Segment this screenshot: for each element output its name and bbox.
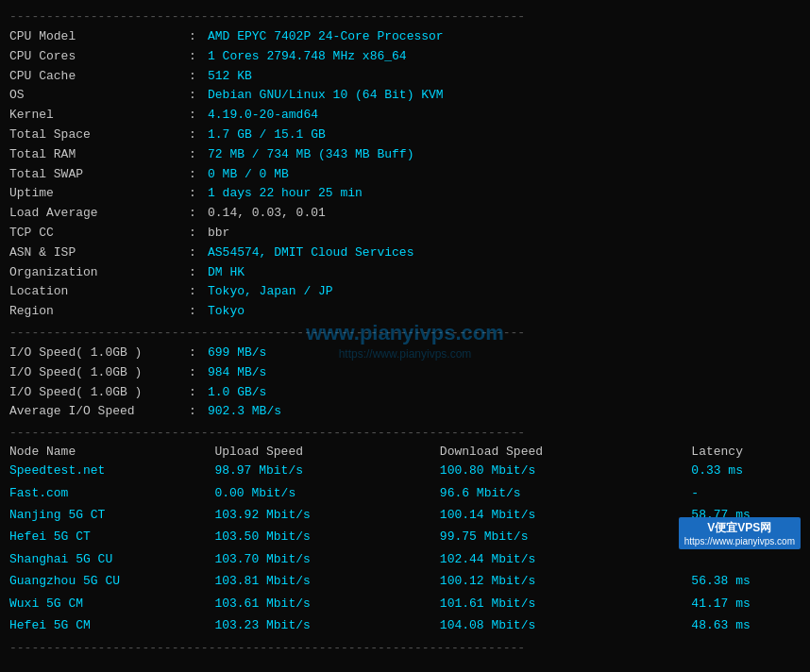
network-cell-node: Guangzhou 5G CU (9, 570, 214, 592)
io-value: 1.0 GB/s (208, 383, 266, 403)
network-cell-latency (691, 548, 801, 570)
badge-url: https://www.pianyivps.com (684, 536, 795, 546)
info-value: Tokyo, Japan / JP (208, 282, 333, 302)
system-info-row: Load Average : 0.14, 0.03, 0.01 (9, 204, 801, 224)
info-colon: : (189, 126, 208, 145)
info-colon: : (189, 263, 208, 283)
network-cell-node: Speedtest.net (9, 460, 214, 481)
info-label: Kernel (9, 106, 189, 126)
info-colon: : (189, 282, 208, 302)
network-cell-upload: 0.00 Mbit/s (214, 482, 439, 504)
badge-title: V便宜VPS网 (684, 520, 795, 536)
info-label: Total Space (9, 126, 189, 145)
system-info-row: CPU Cache : 512 KB (9, 67, 801, 87)
network-table-row: Fast.com0.00 Mbit/s96.6 Mbit/s- (9, 482, 801, 504)
info-colon: : (189, 145, 208, 165)
info-colon: : (189, 27, 208, 47)
io-colon: : (189, 344, 208, 363)
info-colon: : (189, 302, 208, 322)
io-speed-row: I/O Speed( 1.0GB ) : 1.0 GB/s (9, 383, 801, 403)
info-colon: : (189, 106, 208, 126)
io-speed-row: I/O Speed( 1.0GB ) : 984 MB/s (9, 363, 801, 383)
system-info-row: Kernel : 4.19.0-20-amd64 (9, 106, 801, 126)
system-info-row: Organization : DM HK (9, 263, 801, 283)
info-label: Location (9, 282, 189, 302)
network-cell-download: 100.14 Mbit/s (440, 504, 692, 526)
info-value: 1 days 22 hour 25 min (208, 184, 363, 204)
system-info-row: ASN & ISP : AS54574, DMIT Cloud Services (9, 244, 801, 263)
info-value: 0 MB / 0 MB (208, 165, 289, 185)
top-divider: ----------------------------------------… (9, 9, 801, 24)
network-cell-node: Shanghai 5G CU (9, 548, 214, 570)
network-table-header-row: Node NameUpload SpeedDownload SpeedLaten… (9, 444, 801, 460)
badge: V便宜VPS网 https://www.pianyivps.com (679, 517, 801, 549)
network-cell-node: Fast.com (9, 482, 214, 504)
io-value: 699 MB/s (208, 344, 266, 363)
info-colon: : (189, 224, 208, 244)
io-colon: : (189, 383, 208, 403)
network-table-row: Shanghai 5G CU103.70 Mbit/s102.44 Mbit/s (9, 548, 801, 570)
info-label: Load Average (9, 204, 189, 224)
io-label: I/O Speed( 1.0GB ) (9, 363, 189, 383)
system-info-section: CPU Model : AMD EPYC 7402P 24-Core Proce… (9, 27, 801, 322)
io-value: 984 MB/s (208, 363, 266, 383)
info-label: ASN & ISP (9, 244, 189, 263)
info-value: Tokyo (208, 302, 245, 322)
io-speed-row: I/O Speed( 1.0GB ) : 699 MB/s (9, 344, 801, 363)
network-table-row: Wuxi 5G CM103.61 Mbit/s101.61 Mbit/s41.1… (9, 593, 801, 614)
info-value: 1 Cores 2794.748 MHz x86_64 (208, 47, 407, 67)
system-info-row: CPU Model : AMD EPYC 7402P 24-Core Proce… (9, 27, 801, 47)
io-label: I/O Speed( 1.0GB ) (9, 383, 189, 403)
system-info-row: Location : Tokyo, Japan / JP (9, 282, 801, 302)
mid-divider-1: ----------------------------------------… (9, 326, 801, 340)
info-value: 72 MB / 734 MB (343 MB Buff) (208, 145, 413, 165)
system-info-row: TCP CC : bbr (9, 224, 801, 244)
network-cell-node: Wuxi 5G CM (9, 593, 214, 614)
info-colon: : (189, 244, 208, 263)
network-cell-latency: 56.38 ms (691, 570, 801, 592)
io-colon: : (189, 363, 208, 383)
info-label: Organization (9, 263, 189, 283)
info-value: Debian GNU/Linux 10 (64 Bit) KVM (208, 86, 444, 106)
network-cell-upload: 103.70 Mbit/s (214, 548, 439, 570)
network-cell-latency: - (691, 482, 801, 504)
system-info-row: Total SWAP : 0 MB / 0 MB (9, 165, 801, 185)
info-colon: : (189, 67, 208, 87)
network-table-row: Speedtest.net98.97 Mbit/s100.80 Mbit/s0.… (9, 460, 801, 481)
info-label: CPU Model (9, 27, 189, 47)
network-table-row: Hefei 5G CM103.23 Mbit/s104.08 Mbit/s48.… (9, 614, 801, 636)
io-label: I/O Speed( 1.0GB ) (9, 344, 189, 363)
network-table-row: Guangzhou 5G CU103.81 Mbit/s100.12 Mbit/… (9, 570, 801, 592)
info-value: bbr (208, 224, 229, 244)
info-label: Region (9, 302, 189, 322)
info-value: AMD EPYC 7402P 24-Core Processor (208, 27, 444, 47)
info-colon: : (189, 86, 208, 106)
system-info-row: Total RAM : 72 MB / 734 MB (343 MB Buff) (9, 145, 801, 165)
bottom-divider: ----------------------------------------… (9, 641, 801, 655)
info-colon: : (189, 47, 208, 67)
network-cell-download: 99.75 Mbit/s (440, 526, 692, 547)
network-cell-upload: 103.81 Mbit/s (214, 570, 439, 592)
system-info-row: OS : Debian GNU/Linux 10 (64 Bit) KVM (9, 86, 801, 106)
network-cell-download: 104.08 Mbit/s (440, 614, 692, 636)
io-value: 902.3 MB/s (208, 402, 281, 422)
network-cell-upload: 103.50 Mbit/s (214, 526, 439, 547)
info-value: 4.19.0-20-amd64 (208, 106, 318, 126)
info-value: 512 KB (208, 67, 252, 87)
network-cell-upload: 98.97 Mbit/s (214, 460, 439, 481)
network-cell-upload: 103.61 Mbit/s (214, 593, 439, 614)
io-speed-section: I/O Speed( 1.0GB ) : 699 MB/s I/O Speed(… (9, 344, 801, 422)
system-info-row: Total Space : 1.7 GB / 15.1 GB (9, 126, 801, 145)
mid-divider-2: ----------------------------------------… (9, 426, 801, 440)
info-colon: : (189, 165, 208, 185)
network-cell-download: 102.44 Mbit/s (440, 548, 692, 570)
system-info-row: Uptime : 1 days 22 hour 25 min (9, 184, 801, 204)
io-speed-row: Average I/O Speed : 902.3 MB/s (9, 402, 801, 422)
network-cell-upload: 103.92 Mbit/s (214, 504, 439, 526)
info-colon: : (189, 204, 208, 224)
network-header-upload: Upload Speed (214, 444, 439, 460)
network-header-node: Node Name (9, 444, 214, 460)
network-cell-download: 100.80 Mbit/s (440, 460, 692, 481)
network-cell-latency: 0.33 ms (691, 460, 801, 481)
info-colon: : (189, 184, 208, 204)
